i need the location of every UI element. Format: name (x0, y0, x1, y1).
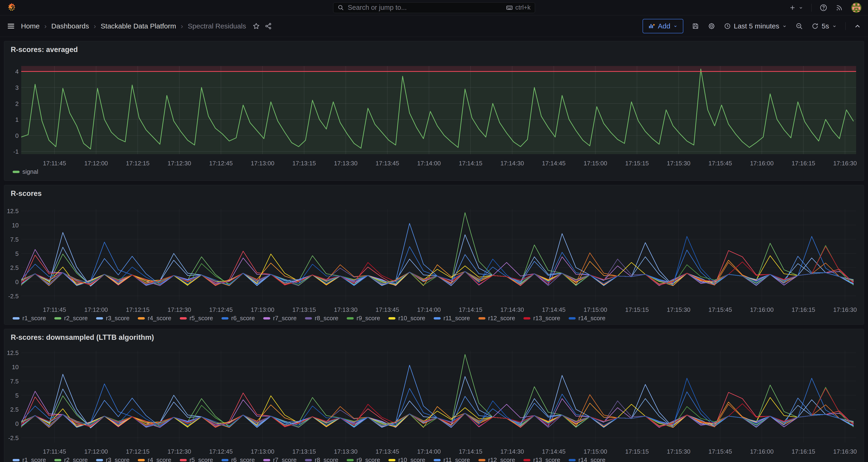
search-shortcut: ctrl+k (506, 4, 530, 11)
new-menu-button[interactable] (789, 4, 803, 11)
legend-color-pill (138, 459, 145, 461)
legend-label: r2_score (64, 315, 88, 322)
x-axis-tick-label: 17:15:30 (662, 160, 695, 167)
breadcrumb-home[interactable]: Home (21, 22, 40, 30)
time-range-picker[interactable]: Last 5 minutes (724, 22, 787, 30)
legend-item-r6_score[interactable]: r6_score (221, 456, 255, 462)
legend-color-pill (263, 317, 270, 319)
x-axis-tick-label: 17:12:00 (80, 306, 113, 313)
legend-item-signal[interactable]: signal (12, 168, 38, 175)
legend-item-r10_score[interactable]: r10_score (389, 315, 425, 322)
legend-item-r6_score[interactable]: r6_score (221, 315, 255, 322)
legend-item-r10_score[interactable]: r10_score (389, 456, 425, 462)
legend-item-r8_score[interactable]: r8_score (305, 315, 338, 322)
legend-item-r11_score[interactable]: r11_score (434, 315, 470, 322)
save-dashboard-icon[interactable] (692, 22, 699, 30)
y-axis-tick-label: -2.5 (4, 434, 19, 442)
x-axis-tick-label: 17:11:45 (38, 448, 71, 455)
legend-item-r14_score[interactable]: r14_score (569, 315, 606, 322)
legend-label: r4_score (148, 456, 171, 462)
legend-item-r12_score[interactable]: r12_score (478, 315, 515, 322)
user-avatar[interactable] (851, 3, 862, 13)
legend-item-r4_score[interactable]: r4_score (138, 315, 171, 322)
legend-item-r8_score[interactable]: r8_score (305, 456, 338, 462)
x-axis-tick-label: 17:16:15 (787, 448, 820, 455)
legend-item-r4_score[interactable]: r4_score (138, 456, 171, 462)
panel-title[interactable]: R-scores (11, 189, 42, 198)
menu-toggle-icon[interactable] (7, 22, 15, 30)
legend-item-r1_score[interactable]: r1_score (12, 315, 46, 322)
zoom-out-icon[interactable] (796, 22, 803, 30)
legend-label: r9_score (356, 456, 380, 462)
legend-item-r5_score[interactable]: r5_score (180, 315, 213, 322)
x-axis-tick-label: 17:15:00 (579, 448, 612, 455)
breadcrumb-dashboards[interactable]: Dashboards (51, 22, 89, 30)
kiosk-collapse-icon[interactable] (854, 23, 861, 30)
chart-plot-area[interactable] (21, 209, 856, 301)
refresh-icon[interactable] (811, 22, 819, 30)
breadcrumb-separator: › (94, 22, 96, 30)
x-axis-tick-label: 17:15:30 (662, 448, 695, 455)
legend-color-pill (96, 459, 103, 461)
breadcrumb-current-dashboard: Spectral Residuals (188, 22, 246, 30)
grafana-logo[interactable] (6, 3, 17, 13)
x-axis-tick-label: 17:14:45 (537, 448, 570, 455)
legend-color-pill (263, 459, 270, 461)
breadcrumb-folder[interactable]: Stackable Data Platform (101, 22, 176, 30)
legend-color-pill (54, 459, 61, 461)
x-axis-tick-label: 17:14:45 (537, 160, 570, 167)
chart-plot-area[interactable] (21, 351, 856, 442)
legend-item-r3_score[interactable]: r3_score (96, 315, 129, 322)
add-button[interactable]: Add (643, 19, 683, 33)
x-axis-tick-label: 17:14:30 (496, 448, 529, 455)
legend-item-r1_score[interactable]: r1_score (12, 456, 46, 462)
legend-label: r9_score (356, 315, 380, 322)
chart-plot-area[interactable] (21, 66, 856, 154)
x-axis-tick-label: 17:13:45 (371, 160, 404, 167)
x-axis-tick-label: 17:14:15 (454, 448, 487, 455)
chevron-down-icon (798, 5, 803, 10)
legend-item-r9_score[interactable]: r9_score (347, 315, 380, 322)
refresh-picker[interactable]: 5s (811, 22, 837, 30)
legend-item-r5_score[interactable]: r5_score (180, 456, 213, 462)
x-axis-tick-label: 17:15:15 (621, 160, 653, 167)
y-axis-tick-label: 0 (4, 420, 19, 428)
legend-item-r3_score[interactable]: r3_score (96, 456, 129, 462)
x-axis-tick-label: 17:15:45 (704, 160, 737, 167)
share-icon[interactable] (265, 22, 272, 30)
legend-label: r3_score (106, 315, 129, 322)
legend-color-pill (569, 459, 576, 461)
legend-item-r11_score[interactable]: r11_score (434, 456, 470, 462)
legend-color-pill (569, 317, 576, 319)
x-axis-tick-label: 17:13:15 (288, 160, 320, 167)
legend-item-r13_score[interactable]: r13_score (523, 456, 560, 462)
legend-item-r7_score[interactable]: r7_score (263, 456, 297, 462)
chevron-down-icon (782, 24, 787, 29)
x-axis-tick-label: 17:13:45 (371, 306, 404, 313)
help-icon[interactable] (819, 4, 828, 12)
legend-item-r9_score[interactable]: r9_score (347, 456, 380, 462)
legend-label: r4_score (148, 315, 171, 322)
x-axis-tick-label: 17:15:00 (579, 160, 612, 167)
legend-item-r13_score[interactable]: r13_score (523, 315, 560, 322)
legend-item-r2_score[interactable]: r2_score (54, 315, 88, 322)
x-axis-tick-label: 17:14:00 (413, 448, 445, 455)
panel-title[interactable]: R-scores: averaged (11, 45, 78, 54)
legend-item-r2_score[interactable]: r2_score (54, 456, 88, 462)
legend-color-pill (221, 459, 228, 461)
legend-item-r14_score[interactable]: r14_score (569, 456, 606, 462)
favorite-star-icon[interactable] (252, 22, 260, 30)
keyboard-icon (506, 4, 513, 11)
dashboard-settings-icon[interactable] (708, 22, 715, 30)
y-axis-tick-label: 12.5 (4, 208, 19, 215)
legend-item-r12_score[interactable]: r12_score (478, 456, 515, 462)
x-axis-tick-label: 17:15:30 (662, 306, 695, 313)
legend-item-r7_score[interactable]: r7_score (263, 315, 297, 322)
panel-title[interactable]: R-scores: downsampled (LTTB algorithm) (11, 333, 154, 342)
y-axis-tick-label: 2 (4, 100, 19, 107)
y-axis-tick-label: 10 (4, 222, 19, 229)
search-input[interactable]: Search or jump to... ctrl+k (333, 2, 535, 13)
threshold-region-below (21, 71, 856, 154)
news-icon[interactable] (835, 4, 843, 12)
legend-color-pill (12, 317, 20, 319)
